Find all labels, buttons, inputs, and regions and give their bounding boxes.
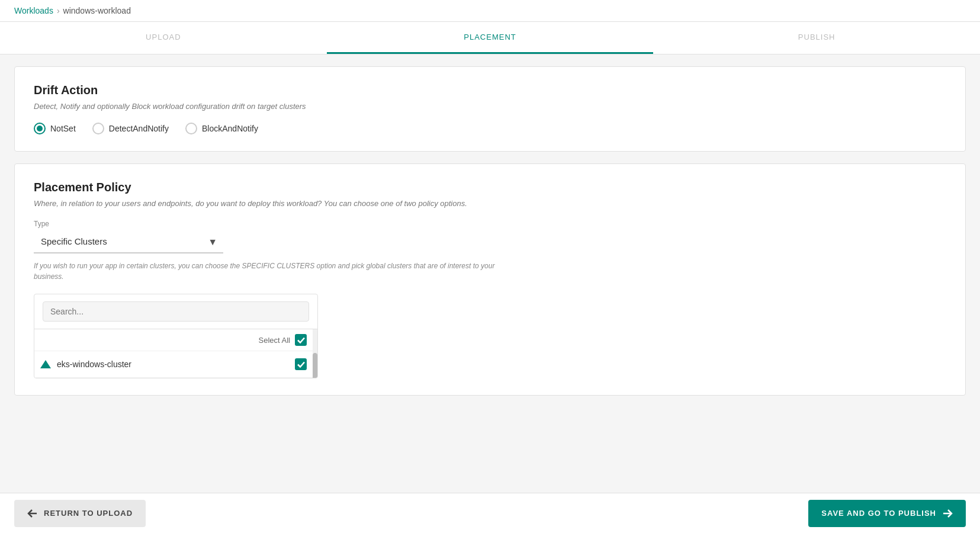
placement-policy-subtitle: Where, in relation to your users and end…	[34, 199, 946, 208]
placement-policy-card: Placement Policy Where, in relation to y…	[14, 163, 966, 396]
breadcrumb: Workloads › windows-workload	[14, 6, 966, 15]
radio-block-label: BlockAndNotify	[202, 124, 258, 133]
radio-detect[interactable]: DetectAndNotify	[92, 123, 169, 134]
scrollbar-thumb	[313, 353, 317, 378]
drift-action-subtitle: Detect, Notify and optionally Block work…	[34, 102, 946, 111]
radio-notset[interactable]: NotSet	[34, 123, 76, 134]
save-and-publish-button[interactable]: SAVE AND GO TO PUBLISH	[808, 500, 966, 527]
cluster-selector: Select All eks-windows-cluster	[34, 294, 318, 378]
cluster-item: eks-windows-cluster	[34, 351, 313, 378]
drift-action-title: Drift Action	[34, 84, 946, 97]
type-dropdown[interactable]: Specific Clusters All Clusters	[34, 230, 223, 253]
cluster-name: eks-windows-cluster	[57, 359, 131, 369]
type-label: Type	[34, 220, 946, 228]
breadcrumb-separator: ›	[57, 6, 60, 15]
drift-action-card: Drift Action Detect, Notify and optional…	[14, 66, 966, 152]
return-to-upload-button[interactable]: RETURN TO UPLOAD	[14, 500, 146, 527]
arrow-left-icon	[27, 508, 38, 519]
radio-notset-label: NotSet	[50, 124, 76, 133]
cluster-search-wrapper	[34, 294, 317, 329]
type-dropdown-wrapper: Specific Clusters All Clusters ▼	[34, 230, 223, 253]
tab-publish[interactable]: PUBLISH	[653, 22, 980, 54]
breadcrumb-link-workloads[interactable]: Workloads	[14, 6, 53, 15]
cluster-triangle-icon	[40, 360, 51, 368]
bottom-bar: RETURN TO UPLOAD SAVE AND GO TO PUBLISH	[0, 493, 980, 533]
cluster-search-input[interactable]	[43, 301, 309, 322]
select-all-checkbox[interactable]	[295, 334, 307, 346]
scrollbar[interactable]	[313, 329, 317, 378]
breadcrumb-current: windows-workload	[63, 6, 131, 15]
radio-detect-label: DetectAndNotify	[109, 124, 169, 133]
placement-hint: If you wish to run your app in certain c…	[34, 261, 507, 282]
main-content: Drift Action Detect, Notify and optional…	[0, 54, 980, 407]
select-all-label: Select All	[259, 336, 290, 345]
cluster-item-left: eks-windows-cluster	[40, 359, 131, 369]
save-button-label: SAVE AND GO TO PUBLISH	[821, 509, 936, 518]
wizard-tabs: UPLOAD PLACEMENT PUBLISH	[0, 22, 980, 54]
cluster-list-area: Select All eks-windows-cluster	[34, 329, 317, 378]
placement-policy-title: Placement Policy	[34, 181, 946, 194]
cluster-list: Select All eks-windows-cluster	[34, 329, 313, 378]
tab-upload[interactable]: UPLOAD	[0, 22, 327, 54]
select-all-row: Select All	[34, 329, 313, 351]
radio-block-circle	[185, 123, 197, 134]
drift-action-radio-group: NotSet DetectAndNotify BlockAndNotify	[34, 123, 946, 134]
cluster-checkbox[interactable]	[295, 358, 307, 370]
tab-placement[interactable]: PLACEMENT	[327, 22, 654, 54]
top-nav: Workloads › windows-workload	[0, 0, 980, 22]
arrow-right-icon	[942, 508, 953, 519]
radio-notset-circle	[34, 123, 46, 134]
radio-detect-circle	[92, 123, 104, 134]
radio-block[interactable]: BlockAndNotify	[185, 123, 258, 134]
return-button-label: RETURN TO UPLOAD	[44, 509, 133, 518]
